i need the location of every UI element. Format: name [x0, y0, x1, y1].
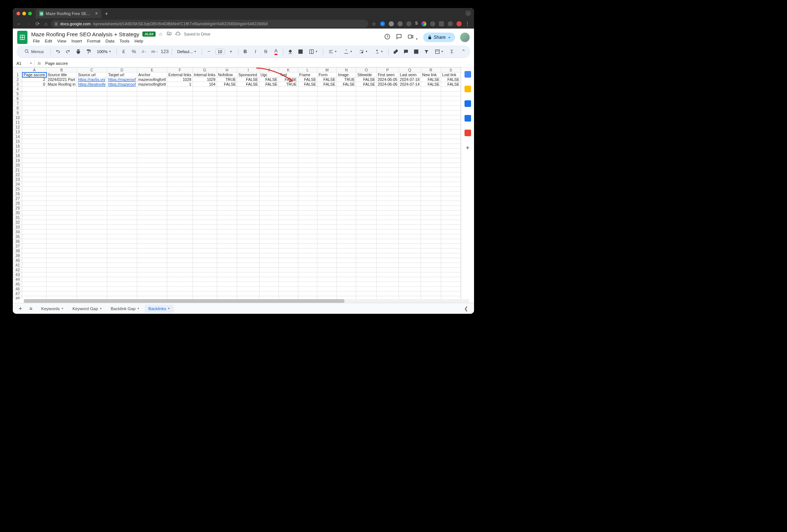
cell-D33[interactable]: [107, 225, 137, 230]
cell-C16[interactable]: [77, 144, 107, 149]
cell-Q5[interactable]: [399, 92, 421, 96]
account-avatar[interactable]: [460, 33, 470, 42]
cell-L22[interactable]: [298, 172, 317, 177]
cell-Q12[interactable]: [399, 125, 421, 130]
cell-I35[interactable]: [237, 234, 259, 239]
cell-F4[interactable]: [167, 87, 193, 92]
cell-C23[interactable]: [77, 177, 107, 182]
cell-N23[interactable]: [337, 177, 356, 182]
row-header-3[interactable]: 3: [13, 82, 22, 87]
cell-E6[interactable]: [137, 96, 167, 101]
cell-L37[interactable]: [298, 244, 317, 249]
cell-F8[interactable]: [167, 106, 193, 111]
row-header-36[interactable]: 36: [13, 239, 22, 244]
cell-O1[interactable]: Sitewide: [356, 72, 377, 77]
cell-F14[interactable]: [167, 134, 193, 139]
cell-H27[interactable]: [217, 196, 237, 201]
cell-H17[interactable]: [217, 149, 237, 153]
cell-M34[interactable]: [317, 230, 337, 234]
row-header-45[interactable]: 45: [13, 282, 22, 287]
cell-C29[interactable]: [77, 206, 107, 211]
cell-K37[interactable]: [279, 244, 298, 249]
cell-O2[interactable]: FALSE: [356, 77, 377, 82]
cell-H20[interactable]: [217, 163, 237, 168]
sheets-logo[interactable]: [17, 31, 27, 44]
cell-F47[interactable]: [167, 291, 193, 296]
cell-I22[interactable]: [237, 172, 259, 177]
cell-Q14[interactable]: [399, 134, 421, 139]
cell-S12[interactable]: [441, 125, 460, 130]
cell-A19[interactable]: [22, 158, 46, 163]
cell-A2[interactable]: 2: [22, 77, 46, 82]
cell-M17[interactable]: [317, 149, 337, 153]
col-header-R[interactable]: R: [421, 68, 441, 72]
cell-G29[interactable]: [193, 206, 217, 211]
cell-E36[interactable]: [137, 239, 167, 244]
cell-S18[interactable]: [441, 153, 460, 158]
cell-C12[interactable]: [77, 125, 107, 130]
forward-button[interactable]: →: [26, 21, 31, 27]
cell-F21[interactable]: [167, 168, 193, 172]
cell-D36[interactable]: [107, 239, 137, 244]
cell-J42[interactable]: [259, 268, 279, 272]
cell-S8[interactable]: [441, 106, 460, 111]
cell-B31[interactable]: [46, 215, 77, 220]
paint-format-button[interactable]: [85, 48, 93, 56]
cell-S37[interactable]: [441, 244, 460, 249]
cell-C18[interactable]: [77, 153, 107, 158]
cell-E45[interactable]: [137, 282, 167, 287]
cell-K44[interactable]: [279, 277, 298, 282]
cell-R15[interactable]: [421, 139, 441, 144]
cell-P2[interactable]: 2024-06-05: [376, 77, 399, 82]
cell-F19[interactable]: [167, 158, 193, 163]
cell-N17[interactable]: [337, 149, 356, 153]
col-header-K[interactable]: K: [279, 68, 298, 72]
cell-Q25[interactable]: [399, 187, 421, 191]
cell-L12[interactable]: [298, 125, 317, 130]
cell-N45[interactable]: [337, 282, 356, 287]
cell-B23[interactable]: [46, 177, 77, 182]
cell-B18[interactable]: [46, 153, 77, 158]
cell-K26[interactable]: [279, 191, 298, 196]
cell-D2[interactable]: https://mazeroof: [107, 77, 137, 82]
cell-A40[interactable]: [22, 258, 46, 263]
cell-K42[interactable]: [279, 268, 298, 272]
cell-J24[interactable]: [259, 182, 279, 187]
cell-M1[interactable]: Form: [317, 72, 337, 77]
cell-A48[interactable]: [22, 296, 46, 300]
cell-F28[interactable]: [167, 201, 193, 206]
cell-O25[interactable]: [356, 187, 377, 191]
comments-icon[interactable]: [396, 33, 402, 41]
cell-L15[interactable]: [298, 139, 317, 144]
cell-N40[interactable]: [337, 258, 356, 263]
cell-I6[interactable]: [237, 96, 259, 101]
cell-I47[interactable]: [237, 291, 259, 296]
ext-icon-3[interactable]: [398, 21, 403, 26]
cell-O47[interactable]: [356, 291, 377, 296]
cell-E40[interactable]: [137, 258, 167, 263]
cell-P44[interactable]: [376, 277, 399, 282]
cell-D38[interactable]: [107, 249, 137, 253]
cell-I5[interactable]: [237, 92, 259, 96]
cell-D20[interactable]: [107, 163, 137, 168]
cell-F23[interactable]: [167, 177, 193, 182]
cell-M21[interactable]: [317, 168, 337, 172]
cell-F48[interactable]: [167, 296, 193, 300]
cell-B8[interactable]: [46, 106, 77, 111]
cell-F12[interactable]: [167, 125, 193, 130]
cell-I36[interactable]: [237, 239, 259, 244]
cell-Q32[interactable]: [399, 220, 421, 225]
cell-N36[interactable]: [337, 239, 356, 244]
cell-G2[interactable]: 1029: [193, 77, 217, 82]
cell-L14[interactable]: [298, 134, 317, 139]
strikethrough-button[interactable]: S: [262, 48, 270, 56]
cell-K27[interactable]: [279, 196, 298, 201]
cell-P10[interactable]: [376, 115, 399, 120]
cell-K38[interactable]: [279, 249, 298, 253]
col-header-B[interactable]: B: [46, 68, 77, 72]
col-header-J[interactable]: J: [259, 68, 279, 72]
borders-button[interactable]: [296, 48, 305, 56]
row-header-18[interactable]: 18: [13, 153, 22, 158]
cell-J21[interactable]: [259, 168, 279, 172]
cell-B34[interactable]: [46, 230, 77, 234]
